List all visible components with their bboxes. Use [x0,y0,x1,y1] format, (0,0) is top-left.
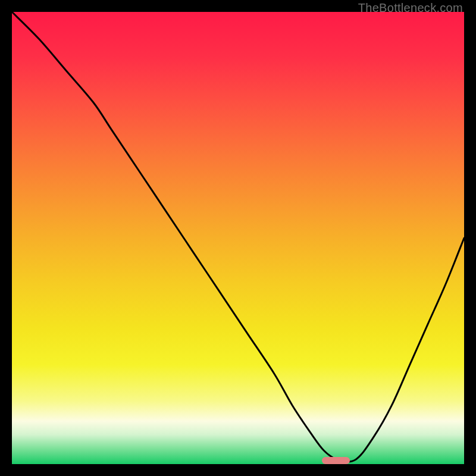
chart-frame: TheBottleneck.com [0,0,476,476]
watermark-text: TheBottleneck.com [358,1,463,15]
bottleneck-curve [12,12,464,464]
sweet-spot-marker [322,457,350,464]
plot-area [12,12,464,464]
